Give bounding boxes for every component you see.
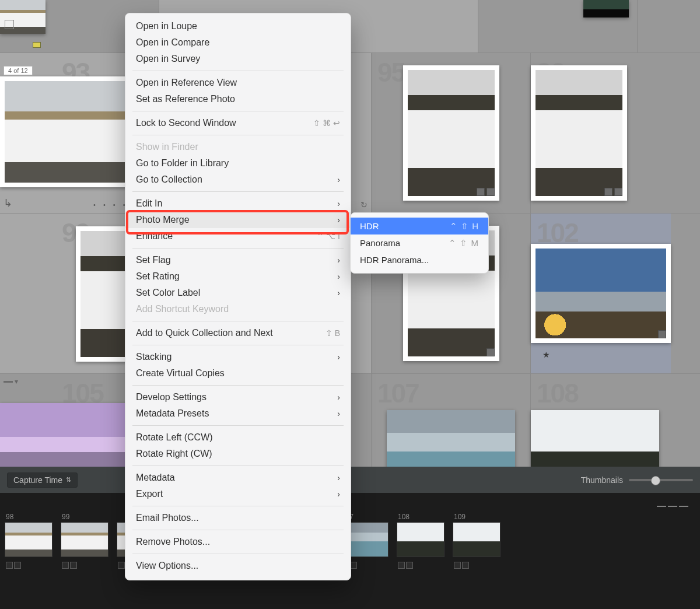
cell-number: 108 [537, 377, 578, 409]
grid-cell[interactable]: ★★★ [478, 0, 638, 52]
chevron-right-icon: › [337, 288, 340, 298]
filmstrip-number: 109 [454, 513, 466, 521]
filmstrip-number: 99 [62, 513, 69, 521]
sort-label: Capture Time [13, 475, 62, 485]
menu-rotate-left[interactable]: Rotate Left (CCW) [125, 429, 351, 446]
stack-count-badge: 4 of 12 [4, 66, 33, 75]
thumb-badge [5, 20, 14, 29]
grid-cell[interactable] [638, 0, 700, 52]
menu-open-loupe[interactable]: Open in Loupe [125, 18, 351, 34]
menu-create-virtual-copies[interactable]: Create Virtual Copies [125, 365, 351, 382]
filmstrip-badges [398, 562, 413, 569]
photo-merge-submenu: HDR⌃ ⇧ H Panorama⌃ ⇧ M HDR Panorama... [350, 212, 489, 274]
filmstrip-thumb [453, 522, 501, 557]
filmstrip-badges [454, 562, 469, 569]
menu-set-color-label[interactable]: Set Color Label› [125, 285, 351, 301]
context-menu: Open in Loupe Open in Compare Open in Su… [125, 13, 351, 580]
thumb-badges [658, 330, 666, 338]
sort-menu[interactable]: Capture Time ⇅ [7, 473, 78, 488]
submenu-panorama[interactable]: Panorama⌃ ⇧ M [351, 235, 488, 251]
cell-options-icon[interactable]: ▾ [4, 377, 18, 386]
menu-rotate-right[interactable]: Rotate Right (CW) [125, 446, 351, 462]
menu-set-rating[interactable]: Set Rating› [125, 268, 351, 285]
menu-set-flag[interactable]: Set Flag› [125, 252, 351, 268]
submenu-hdr[interactable]: HDR⌃ ⇧ H [351, 218, 488, 235]
filmstrip-item[interactable]: 108 [397, 522, 444, 569]
filmstrip-thumb [5, 522, 52, 557]
grid-cell[interactable]: 102 ★ [531, 214, 671, 373]
filmstrip-number: 98 [6, 513, 13, 521]
filmstrip-badges [62, 562, 77, 569]
filmstrip-item[interactable]: 99 [61, 522, 108, 569]
filmstrip-number: 108 [398, 513, 410, 521]
menu-metadata-presets[interactable]: Metadata Presets› [125, 405, 351, 422]
menu-open-survey[interactable]: Open in Survey [125, 51, 351, 67]
yellow-label-icon [33, 42, 41, 48]
chevron-right-icon: › [337, 393, 340, 402]
menu-stacking[interactable]: Stacking› [125, 349, 351, 365]
cell-number: 107 [377, 377, 419, 409]
thumb-badges [604, 188, 622, 196]
thumbnails-label: Thumbnails [581, 475, 623, 485]
chevron-right-icon: › [337, 473, 340, 482]
submenu-hdr-panorama[interactable]: HDR Panorama... [351, 251, 488, 268]
chevron-right-icon: › [337, 199, 340, 208]
menu-photo-merge[interactable]: Photo Merge› [125, 212, 351, 228]
menu-add-quick-collection[interactable]: Add to Quick Collection and Next⇧ B [125, 325, 351, 341]
filmstrip-item[interactable]: 98 [5, 522, 52, 569]
filmstrip-options-icon[interactable] [657, 506, 688, 507]
chevron-right-icon: › [337, 272, 340, 281]
menu-open-compare[interactable]: Open in Compare [125, 34, 351, 51]
chevron-right-icon: › [337, 409, 340, 418]
menu-go-to-folder[interactable]: Go to Folder in Library [125, 155, 351, 172]
filmstrip-item[interactable]: 109 [453, 522, 501, 569]
grid-cell[interactable]: 96 [531, 53, 627, 213]
menu-view-options[interactable]: View Options... [125, 558, 351, 574]
filmstrip-thumb [397, 522, 444, 557]
menu-go-to-collection[interactable]: Go to Collection› [125, 172, 351, 188]
grid-cell[interactable]: 95 [372, 53, 531, 213]
menu-set-reference[interactable]: Set as Reference Photo [125, 91, 351, 107]
chevron-right-icon: › [337, 215, 340, 225]
filmstrip-badges [6, 562, 21, 569]
stack-expand-icon[interactable]: ↳ [4, 197, 12, 209]
menu-show-in-finder: Show in Finder [125, 139, 351, 155]
menu-remove-photos[interactable]: Remove Photos... [125, 534, 351, 550]
menu-lock-second-window[interactable]: Lock to Second Window⇧ ⌘ ↩ [125, 115, 351, 131]
chevron-right-icon: › [337, 489, 340, 499]
menu-export[interactable]: Export› [125, 486, 351, 502]
menu-edit-in[interactable]: Edit In› [125, 195, 351, 212]
rating-stars: ★ [542, 350, 551, 359]
chevron-right-icon: › [337, 256, 340, 265]
menu-metadata[interactable]: Metadata› [125, 470, 351, 486]
thumbnail-size-slider[interactable] [629, 479, 693, 481]
rotate-icon[interactable]: ↻ [360, 200, 368, 209]
cell-number: 95 [377, 57, 405, 88]
menu-develop-settings[interactable]: Develop Settings› [125, 389, 351, 405]
thumb-badges [477, 188, 495, 196]
sort-arrows-icon: ⇅ [66, 476, 71, 484]
filmstrip-thumb [61, 522, 108, 557]
menu-add-shortcut-keyword: Add Shortcut Keyword [125, 301, 351, 317]
chevron-right-icon: › [337, 175, 340, 184]
menu-email-photos[interactable]: Email Photos... [125, 510, 351, 526]
thumb-badges [487, 348, 495, 356]
chevron-right-icon: › [337, 352, 340, 362]
menu-open-reference[interactable]: Open in Reference View [125, 75, 351, 91]
menu-enhance[interactable]: Enhance⌃ ⌥ I [125, 228, 351, 244]
